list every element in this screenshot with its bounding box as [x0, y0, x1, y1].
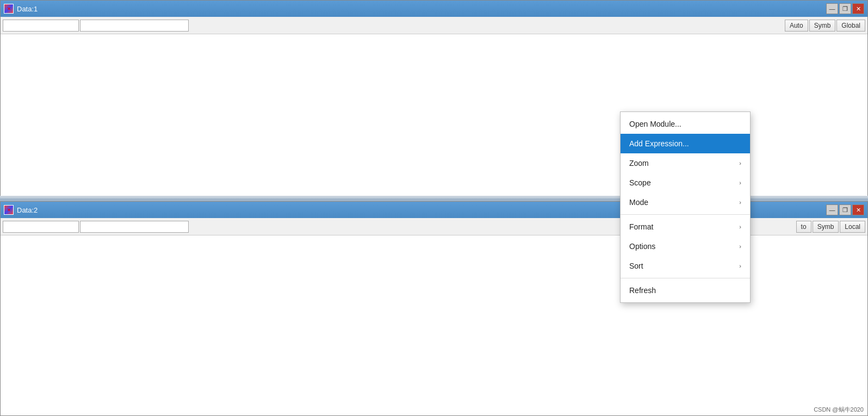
menu-item-mode[interactable]: Mode› — [621, 193, 750, 212]
window1-title: Data:1 — [17, 5, 826, 13]
local-button-data2[interactable]: Local — [840, 221, 865, 233]
toolbar-data1: Auto Symb Global — [1, 17, 867, 34]
toolbar-input1-data2[interactable] — [3, 221, 79, 233]
menu-item-add-expression[interactable]: Add Expression... — [621, 134, 750, 153]
submenu-chevron-zoom: › — [739, 160, 741, 166]
toolbar-input2-data2[interactable] — [80, 221, 189, 233]
menu-separator-after-mode — [621, 214, 750, 215]
submenu-chevron-mode: › — [739, 199, 741, 206]
titlebar-data1: ✕ Data:1 — ❐ ✕ — [1, 1, 867, 17]
menu-item-sort[interactable]: Sort› — [621, 256, 750, 276]
menu-item-options[interactable]: Options› — [621, 237, 750, 256]
menu-item-open-module[interactable]: Open Module... — [621, 114, 750, 134]
menu-item-label-format: Format — [629, 222, 653, 231]
submenu-chevron-sort: › — [739, 263, 741, 269]
restore-button-data1[interactable]: ❐ — [839, 3, 851, 14]
menu-item-zoom[interactable]: Zoom› — [621, 153, 750, 173]
watermark: CSDN @蜗牛2020 — [814, 406, 864, 414]
app-icon-data2: ✕ — [4, 205, 14, 215]
titlebar-buttons-data1: — ❐ ✕ — [826, 3, 864, 14]
close-button-data1[interactable]: ✕ — [852, 3, 864, 14]
submenu-chevron-format: › — [739, 223, 741, 230]
symb-button-data1[interactable]: Symb — [809, 20, 836, 32]
submenu-chevron-scope: › — [739, 179, 741, 186]
auto-button-data2[interactable]: to — [796, 221, 811, 233]
menu-item-label-options: Options — [629, 242, 655, 251]
menu-item-label-zoom: Zoom — [629, 159, 649, 167]
menu-item-refresh[interactable]: Refresh — [621, 281, 750, 300]
context-menu: Open Module...Add Expression...Zoom›Scop… — [620, 111, 751, 303]
close-button-data2[interactable]: ✕ — [852, 204, 864, 215]
app-icon-data1: ✕ — [4, 4, 14, 14]
restore-button-data2[interactable]: ❐ — [839, 204, 851, 215]
menu-item-label-mode: Mode — [629, 198, 648, 207]
menu-item-label-sort: Sort — [629, 262, 643, 270]
submenu-chevron-options: › — [739, 243, 741, 250]
global-button-data1[interactable]: Global — [836, 20, 865, 32]
menu-item-label-scope: Scope — [629, 178, 651, 187]
menu-item-format[interactable]: Format› — [621, 217, 750, 237]
minimize-button-data2[interactable]: — — [826, 204, 838, 215]
titlebar-buttons-data2: — ❐ ✕ — [826, 204, 864, 215]
menu-item-label-add-expression: Add Expression... — [629, 139, 689, 148]
menu-item-scope[interactable]: Scope› — [621, 173, 750, 193]
menu-item-label-open-module: Open Module... — [629, 120, 681, 128]
menu-separator-after-sort — [621, 278, 750, 278]
symb-button-data2[interactable]: Symb — [813, 221, 839, 233]
minimize-button-data1[interactable]: — — [826, 3, 838, 14]
auto-button-data1[interactable]: Auto — [785, 20, 808, 32]
toolbar-input1-data1[interactable] — [3, 20, 79, 32]
toolbar-input2-data1[interactable] — [80, 20, 189, 32]
menu-item-label-refresh: Refresh — [629, 286, 656, 295]
